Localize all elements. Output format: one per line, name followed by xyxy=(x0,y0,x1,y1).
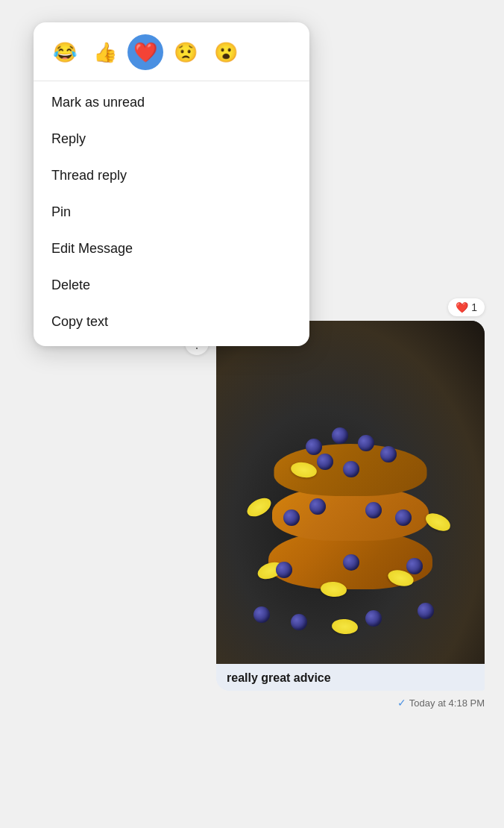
copy-text-item[interactable]: Copy text xyxy=(34,304,309,340)
blueberry-7 xyxy=(283,509,300,526)
blueberry-16 xyxy=(365,610,382,627)
reaction-emoji: ❤️ xyxy=(456,301,468,313)
message-bubble: really great advice xyxy=(216,321,485,691)
checkmark-icon: ✓ xyxy=(397,697,406,709)
reaction-badge[interactable]: ❤️ 1 xyxy=(448,298,485,316)
chat-area: ❤️ 1 ⋮ xyxy=(0,291,504,828)
blueberry-15 xyxy=(291,614,307,630)
emoji-surprised[interactable]: 😮 xyxy=(208,34,244,70)
banana-bottom xyxy=(331,618,359,636)
mark-as-unread-item[interactable]: Mark as unread xyxy=(34,84,309,121)
timestamp-row: ✓ Today at 4:18 PM xyxy=(397,697,485,709)
emoji-heart[interactable]: ❤️ xyxy=(127,34,163,70)
blueberry-17 xyxy=(418,603,434,619)
reply-item[interactable]: Reply xyxy=(34,121,309,157)
blueberry-4 xyxy=(380,446,397,462)
blueberry-14 xyxy=(253,606,270,623)
food-image-inner xyxy=(216,321,485,664)
blueberry-11 xyxy=(276,562,292,578)
blueberry-1 xyxy=(306,439,322,455)
blueberry-13 xyxy=(406,558,423,574)
delete-item[interactable]: Delete xyxy=(34,267,309,304)
message-timestamp: Today at 4:18 PM xyxy=(409,697,485,709)
emoji-laugh[interactable]: 😂 xyxy=(47,34,83,70)
emoji-thumbsup[interactable]: 👍 xyxy=(87,34,123,70)
pin-item[interactable]: Pin xyxy=(34,194,309,230)
blueberry-9 xyxy=(365,502,382,518)
food-image xyxy=(216,321,485,664)
thread-reply-item[interactable]: Thread reply xyxy=(34,157,309,194)
message-wrapper: ❤️ 1 ⋮ xyxy=(12,298,485,709)
blueberry-3 xyxy=(358,435,374,451)
blueberry-2 xyxy=(332,427,348,444)
menu-divider xyxy=(34,81,309,81)
edit-message-item[interactable]: Edit Message xyxy=(34,230,309,267)
banana-5 xyxy=(423,510,453,535)
banana-4 xyxy=(244,495,274,521)
reaction-count: 1 xyxy=(471,301,477,313)
emoji-worried[interactable]: 😟 xyxy=(168,34,204,70)
blueberry-6 xyxy=(343,461,359,477)
blueberry-5 xyxy=(317,454,333,470)
emoji-reaction-row: 😂 👍 ❤️ 😟 😮 xyxy=(34,34,309,81)
blueberry-12 xyxy=(343,554,359,571)
message-text: really great advice xyxy=(227,671,474,685)
blueberry-10 xyxy=(395,509,412,526)
context-menu: 😂 👍 ❤️ 😟 😮 Mark as unread Reply Thread r… xyxy=(34,22,309,346)
blueberry-8 xyxy=(309,498,326,515)
message-text-area: really great advice xyxy=(216,664,485,691)
